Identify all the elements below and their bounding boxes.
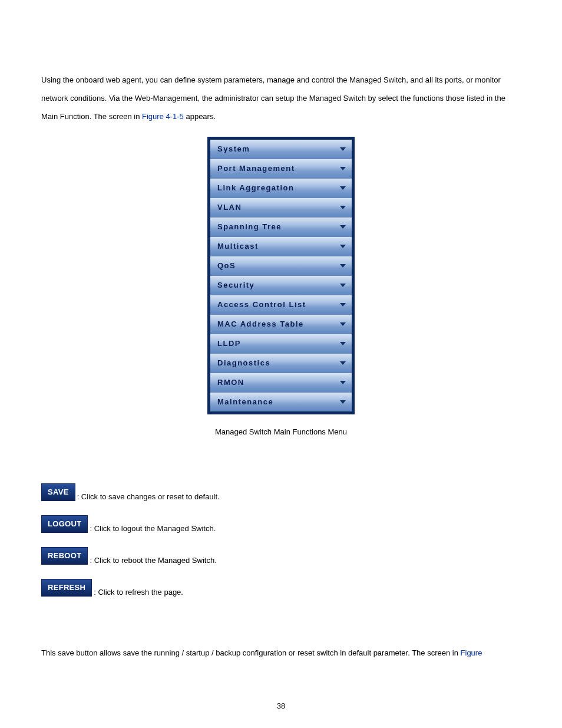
menu-label: RMON bbox=[217, 378, 244, 387]
menu-label: MAC Address Table bbox=[217, 319, 304, 328]
menu-label: System bbox=[217, 144, 250, 153]
chevron-down-icon bbox=[340, 147, 346, 151]
chevron-down-icon bbox=[340, 245, 346, 248]
menu-label: VLAN bbox=[217, 203, 242, 212]
refresh-desc: : Click to refresh the page. bbox=[94, 588, 183, 597]
save-button[interactable]: SAVE bbox=[41, 483, 75, 501]
menu-label: QoS bbox=[217, 261, 236, 270]
menu-caption: Managed Switch Main Functions Menu bbox=[41, 427, 521, 436]
refresh-button[interactable]: REFRESH bbox=[41, 579, 92, 597]
menu-label: Security bbox=[217, 281, 254, 289]
menu-item-diagnostics[interactable]: Diagnostics bbox=[210, 354, 352, 373]
menu-item-acl[interactable]: Access Control List bbox=[210, 295, 352, 315]
footer-paragraph: This save button allows save the running… bbox=[41, 644, 521, 662]
save-desc: : Click to save changes or reset to defa… bbox=[77, 492, 220, 501]
chevron-down-icon bbox=[340, 303, 346, 307]
chevron-down-icon bbox=[340, 264, 346, 268]
menu-item-link-aggregation[interactable]: Link Aggregation bbox=[210, 179, 352, 198]
menu-item-security[interactable]: Security bbox=[210, 276, 352, 295]
action-row-reboot: REBOOT : Click to reboot the Managed Swi… bbox=[41, 541, 521, 565]
chevron-down-icon bbox=[340, 225, 346, 229]
menu-label: Access Control List bbox=[217, 300, 306, 309]
intro-paragraph: Using the onboard web agent, you can def… bbox=[41, 71, 521, 126]
action-row-logout: LOGOUT : Click to logout the Managed Swi… bbox=[41, 509, 521, 533]
menu-item-qos[interactable]: QoS bbox=[210, 256, 352, 276]
menu-item-multicast[interactable]: Multicast bbox=[210, 237, 352, 256]
menu-label: Diagnostics bbox=[217, 358, 270, 367]
menu-item-rmon[interactable]: RMON bbox=[210, 373, 352, 393]
menu-label: Multicast bbox=[217, 242, 259, 251]
menu-item-system[interactable]: System bbox=[210, 140, 352, 159]
figure-link-footer[interactable]: Figure bbox=[461, 648, 482, 657]
page-number: 38 bbox=[0, 701, 562, 710]
intro-text-post: appears. bbox=[184, 112, 216, 121]
menu-item-mac-address-table[interactable]: MAC Address Table bbox=[210, 315, 352, 334]
chevron-down-icon bbox=[340, 342, 346, 345]
reboot-button[interactable]: REBOOT bbox=[41, 547, 88, 565]
chevron-down-icon bbox=[340, 361, 346, 365]
chevron-down-icon bbox=[340, 186, 346, 190]
footer-text-pre: This save button allows save the running… bbox=[41, 648, 461, 657]
intro-text-pre: Using the onboard web agent, you can def… bbox=[41, 75, 505, 121]
page-container: Using the onboard web agent, you can def… bbox=[0, 0, 562, 728]
menu-label: Link Aggregation bbox=[217, 183, 294, 192]
menu-item-lldp[interactable]: LLDP bbox=[210, 334, 352, 354]
action-buttons-section: SAVE : Click to save changes or reset to… bbox=[41, 477, 521, 597]
main-functions-menu: System Port Management Link Aggregation … bbox=[207, 137, 355, 414]
menu-label: LLDP bbox=[217, 339, 241, 348]
menu-label: Maintenance bbox=[217, 397, 273, 406]
menu-item-vlan[interactable]: VLAN bbox=[210, 198, 352, 218]
chevron-down-icon bbox=[340, 167, 346, 170]
logout-button[interactable]: LOGOUT bbox=[41, 515, 88, 533]
menu-label: Spanning Tree bbox=[217, 222, 282, 231]
chevron-down-icon bbox=[340, 284, 346, 287]
figure-link[interactable]: Figure 4-1-5 bbox=[142, 112, 184, 121]
menu-item-maintenance[interactable]: Maintenance bbox=[210, 393, 352, 411]
logout-desc: : Click to logout the Managed Switch. bbox=[90, 524, 216, 533]
chevron-down-icon bbox=[340, 400, 346, 404]
action-row-refresh: REFRESH : Click to refresh the page. bbox=[41, 573, 521, 597]
menu-item-port-management[interactable]: Port Management bbox=[210, 159, 352, 179]
reboot-desc: : Click to reboot the Managed Switch. bbox=[90, 556, 216, 565]
menu-item-spanning-tree[interactable]: Spanning Tree bbox=[210, 218, 352, 237]
menu-label: Port Management bbox=[217, 164, 295, 173]
chevron-down-icon bbox=[340, 206, 346, 209]
action-row-save: SAVE : Click to save changes or reset to… bbox=[41, 477, 521, 501]
chevron-down-icon bbox=[340, 381, 346, 384]
chevron-down-icon bbox=[340, 322, 346, 326]
